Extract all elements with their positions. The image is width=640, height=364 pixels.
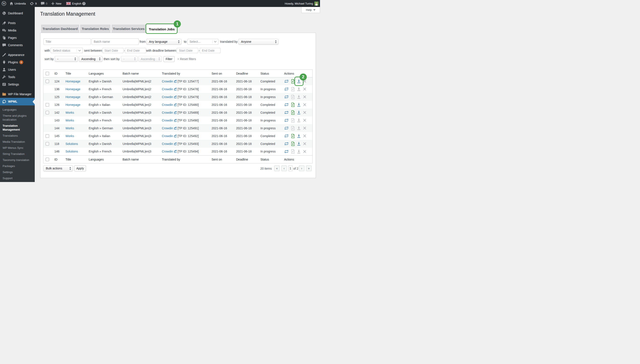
svg-text:?: ? xyxy=(83,2,85,5)
svg-text:W: W xyxy=(3,2,6,5)
